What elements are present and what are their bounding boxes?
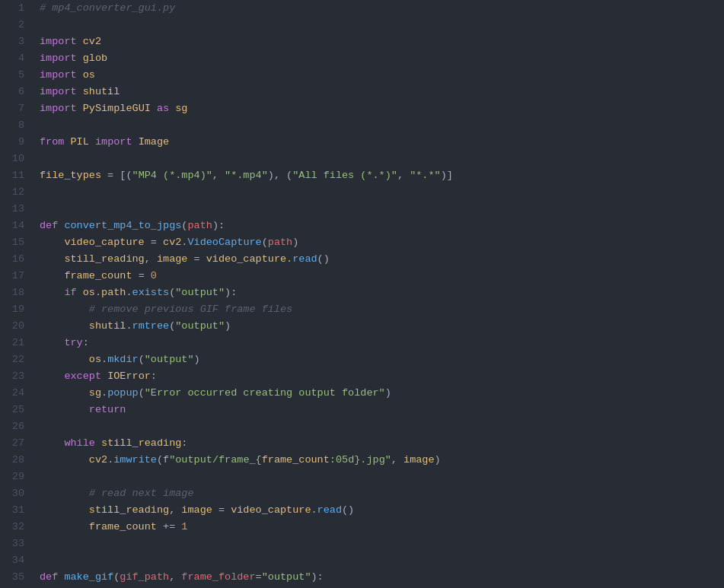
code-line: # remove previous GIF frame files (40, 301, 724, 318)
code-line: try: (40, 335, 724, 351)
code-line: still_reading, image = video_capture.rea… (40, 251, 724, 268)
code-line (40, 151, 724, 167)
line-number: 17 (9, 268, 24, 284)
code-line (40, 469, 724, 485)
code-line: if os.path.exists("output"): (40, 284, 724, 301)
line-number: 11 (9, 167, 24, 184)
code-line: import shutil (40, 84, 724, 100)
line-number: 5 (9, 67, 24, 84)
line-number: 24 (9, 385, 24, 402)
code-line (40, 184, 724, 201)
line-number: 22 (9, 351, 24, 368)
line-number: 28 (9, 452, 24, 469)
code-line: still_reading, image = video_capture.rea… (40, 502, 724, 519)
line-number: 6 (9, 84, 24, 100)
code-line: frame_count = 0 (40, 268, 724, 284)
code-line: # read next image (40, 485, 724, 502)
line-number: 23 (9, 368, 24, 385)
line-number: 1 (9, 0, 24, 17)
code-editor: 1234567891011121314151617181920212223242… (0, 0, 724, 586)
line-number: 16 (9, 251, 24, 268)
line-number: 32 (9, 519, 24, 536)
line-number: 27 (9, 435, 24, 452)
line-number: 33 (9, 536, 24, 552)
code-line: def make_gif(gif_path, frame_folder="out… (40, 569, 724, 586)
line-number: 21 (9, 335, 24, 351)
code-line (40, 117, 724, 134)
code-line (40, 201, 724, 218)
code-line: except IOError: (40, 368, 724, 385)
line-number: 2 (9, 17, 24, 33)
code-line (40, 17, 724, 33)
code-line: return (40, 402, 724, 418)
code-line: import glob (40, 50, 724, 67)
code-line: while still_reading: (40, 435, 724, 452)
line-number: 18 (9, 284, 24, 301)
line-number: 10 (9, 151, 24, 167)
line-number: 8 (9, 117, 24, 134)
code-line: from PIL import Image (40, 134, 724, 151)
code-line: import cv2 (40, 33, 724, 50)
line-number: 29 (9, 469, 24, 485)
line-number: 34 (9, 552, 24, 569)
code-line: os.mkdir("output") (40, 351, 724, 368)
line-numbers: 1234567891011121314151617181920212223242… (0, 0, 33, 586)
code-content[interactable]: # mp4_converter_gui.py import cv2import … (33, 0, 724, 586)
code-line (40, 418, 724, 435)
code-line (40, 552, 724, 569)
code-line: frame_count += 1 (40, 519, 724, 536)
code-line (40, 536, 724, 552)
code-line: shutil.rmtree("output") (40, 318, 724, 335)
line-number: 20 (9, 318, 24, 335)
line-number: 15 (9, 234, 24, 251)
code-line: sg.popup("Error occurred creating output… (40, 385, 724, 402)
line-number: 31 (9, 502, 24, 519)
line-number: 30 (9, 485, 24, 502)
code-line: import os (40, 67, 724, 84)
code-line: cv2.imwrite(f"output/frame_{frame_count:… (40, 452, 724, 469)
code-line: file_types = [("MP4 (*.mp4)", "*.mp4"), … (40, 167, 724, 184)
line-number: 25 (9, 402, 24, 418)
code-line: video_capture = cv2.VideoCapture(path) (40, 234, 724, 251)
line-number: 14 (9, 218, 24, 234)
line-number: 35 (9, 569, 24, 586)
line-number: 3 (9, 33, 24, 50)
line-number: 7 (9, 100, 24, 117)
line-number: 19 (9, 301, 24, 318)
line-number: 4 (9, 50, 24, 67)
code-line: import PySimpleGUI as sg (40, 100, 724, 117)
code-line: def convert_mp4_to_jpgs(path): (40, 218, 724, 234)
line-number: 9 (9, 134, 24, 151)
line-number: 12 (9, 184, 24, 201)
line-number: 26 (9, 418, 24, 435)
line-number: 13 (9, 201, 24, 218)
code-line: # mp4_converter_gui.py (40, 0, 724, 17)
